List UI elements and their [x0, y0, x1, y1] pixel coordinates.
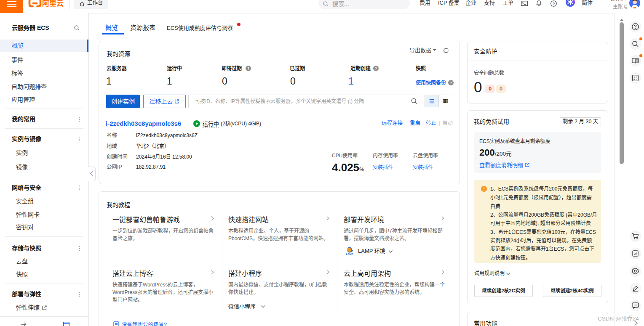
- svg-text:LAMP: LAMP: [346, 253, 353, 255]
- svg-text:?: ?: [553, 1, 555, 6]
- svg-text:?: ?: [247, 66, 250, 71]
- svg-text:?: ?: [450, 81, 452, 85]
- svg-text:A: A: [634, 252, 637, 256]
- svg-text:?: ?: [375, 66, 377, 71]
